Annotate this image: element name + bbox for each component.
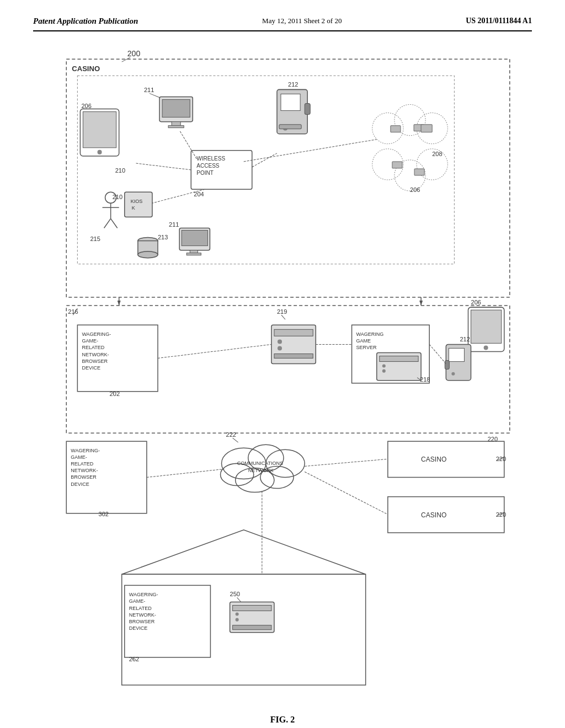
casino-label-top: CASINO xyxy=(72,65,100,73)
svg-line-116 xyxy=(237,597,241,602)
svg-rect-14 xyxy=(305,103,310,114)
svg-text:GAME: GAME xyxy=(356,338,371,344)
ref-200-label: 200 xyxy=(127,49,141,58)
svg-point-120 xyxy=(236,618,239,622)
page-header: Patent Application Publication May 12, 2… xyxy=(33,17,532,31)
ref-262-label: 262 xyxy=(129,656,139,662)
svg-rect-30 xyxy=(421,125,432,132)
svg-text:RELATED: RELATED xyxy=(129,606,152,611)
svg-line-103 xyxy=(147,469,225,477)
ref-220b-label: 220 xyxy=(496,511,506,518)
svg-rect-31 xyxy=(125,192,152,217)
ref-202-label-1: 202 xyxy=(110,390,120,397)
svg-point-6 xyxy=(98,150,102,154)
svg-line-48 xyxy=(252,153,277,167)
svg-rect-54 xyxy=(471,310,502,343)
svg-line-81 xyxy=(158,344,271,358)
wg-browser-device-label-2: WAGERING- xyxy=(71,448,100,453)
patent-diagram-svg: 200 CASINO 206 211 212 xyxy=(33,42,532,707)
ref-222-label: 222 xyxy=(226,431,236,438)
casino-box-1-label: CASINO xyxy=(421,456,446,463)
svg-rect-42 xyxy=(186,253,201,255)
svg-rect-69 xyxy=(274,329,313,336)
svg-rect-118 xyxy=(233,606,271,611)
header-left-text: Patent Application Publication xyxy=(33,17,138,26)
ref-212-label-1: 212 xyxy=(288,81,298,88)
wagering-game-server-label: WAGERING xyxy=(356,331,384,337)
ref-212-label-2: 212 xyxy=(460,336,470,342)
ref-250-label: 250 xyxy=(230,591,240,597)
svg-point-119 xyxy=(236,613,239,616)
ref-210b-label: 210 xyxy=(113,194,122,200)
svg-rect-26 xyxy=(391,126,401,132)
svg-text:RELATED: RELATED xyxy=(82,345,104,350)
svg-rect-28 xyxy=(392,162,402,168)
svg-text:DEVICE: DEVICE xyxy=(71,481,89,487)
svg-rect-13 xyxy=(281,94,300,110)
svg-text:BROWSER: BROWSER xyxy=(129,619,155,624)
svg-rect-57 xyxy=(449,348,464,361)
ref-213-label: 213 xyxy=(158,234,168,240)
svg-point-70 xyxy=(278,339,282,344)
wg-browser-device-label-3: WAGERING- xyxy=(129,592,158,597)
svg-point-93 xyxy=(248,445,284,471)
communications-network-label: COMMUNICATIONS xyxy=(237,461,283,466)
svg-text:NETWORK-: NETWORK- xyxy=(82,352,109,357)
svg-line-49 xyxy=(244,140,377,162)
ref-218-label: 218 xyxy=(420,376,430,383)
svg-point-59 xyxy=(451,372,455,376)
svg-text:RELATED: RELATED xyxy=(71,461,93,467)
figure-label: FIG. 2 xyxy=(33,715,532,725)
ref-206-label-2: 206 xyxy=(410,186,420,193)
svg-text:DEVICE: DEVICE xyxy=(82,365,100,371)
header-center-text: May 12, 2011 Sheet 2 of 20 xyxy=(262,17,342,25)
svg-rect-72 xyxy=(274,354,313,358)
svg-rect-58 xyxy=(445,361,449,370)
svg-rect-29 xyxy=(414,169,424,175)
wireless-access-point-label: WIRELESS xyxy=(196,156,225,162)
svg-line-7 xyxy=(150,93,161,98)
svg-text:GAME-: GAME- xyxy=(82,338,98,344)
ref-206-label-1: 206 xyxy=(81,103,91,109)
svg-text:K: K xyxy=(132,205,135,211)
ref-215-label: 215 xyxy=(90,235,100,242)
svg-text:POINT: POINT xyxy=(196,170,214,176)
svg-text:GAME-: GAME- xyxy=(71,454,87,460)
svg-text:BROWSER: BROWSER xyxy=(71,474,97,480)
svg-line-91 xyxy=(233,438,238,442)
casino-box-2-label: CASINO xyxy=(421,511,446,519)
svg-line-37 xyxy=(104,218,111,228)
svg-rect-40 xyxy=(182,231,207,246)
svg-line-2 xyxy=(122,57,130,62)
svg-text:BROWSER: BROWSER xyxy=(82,358,108,364)
svg-text:SERVER: SERVER xyxy=(356,345,377,350)
svg-point-45 xyxy=(138,251,158,258)
svg-line-47 xyxy=(180,131,196,159)
svg-point-79 xyxy=(382,370,386,373)
svg-line-104 xyxy=(305,459,388,466)
svg-rect-9 xyxy=(162,99,190,117)
ref-219-label: 219 xyxy=(277,308,287,315)
ref-220a-label: 220 xyxy=(496,456,506,462)
svg-rect-121 xyxy=(233,625,271,630)
svg-line-38 xyxy=(111,218,118,228)
header-right-text: US 2011/0111844 A1 xyxy=(466,17,532,25)
ref-206-label-3: 206 xyxy=(471,299,481,306)
svg-rect-11 xyxy=(168,126,184,128)
ref-210-label: 210 xyxy=(115,167,125,174)
page: Patent Application Publication May 12, 2… xyxy=(0,0,565,728)
svg-text:GAME-: GAME- xyxy=(129,598,146,604)
svg-point-78 xyxy=(382,365,386,368)
svg-text:ACCESS: ACCESS xyxy=(196,163,220,169)
svg-rect-16 xyxy=(279,125,301,129)
ref-211-label-2: 211 xyxy=(169,221,179,228)
ref-204-label: 204 xyxy=(194,191,204,197)
diagram-area: 200 CASINO 206 211 212 xyxy=(33,42,532,725)
svg-line-105 xyxy=(305,472,388,514)
svg-rect-3 xyxy=(77,76,454,264)
svg-marker-107 xyxy=(122,530,366,574)
svg-text:NETWORK-: NETWORK- xyxy=(129,612,156,618)
svg-rect-77 xyxy=(380,356,418,362)
svg-point-71 xyxy=(278,346,282,350)
svg-text:NETWORK: NETWORK xyxy=(248,468,274,473)
